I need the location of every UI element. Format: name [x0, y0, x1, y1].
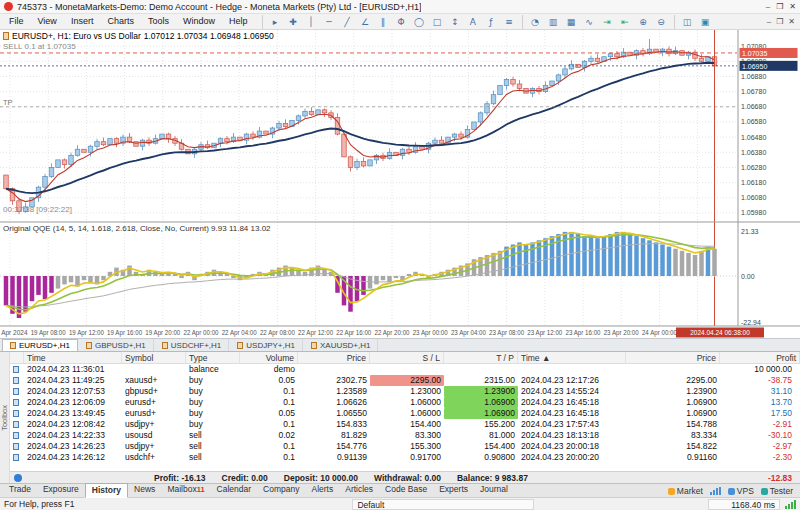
- vps-icon: [728, 488, 735, 495]
- history-row[interactable]: 2024.04.23 13:49:45eurusd+buy0.051.06550…: [10, 408, 800, 419]
- trend-angle-icon[interactable]: ∠: [356, 15, 373, 29]
- column-header-price[interactable]: Price: [298, 352, 370, 363]
- column-header-tp[interactable]: T / P: [444, 352, 518, 363]
- window-controls: – ❒ ✕: [766, 1, 796, 13]
- status-help-text: For Help, press F1: [4, 499, 74, 509]
- price-chart[interactable]: 1.070801.069801.068801.067801.066801.065…: [0, 30, 800, 338]
- menu-window[interactable]: Window: [176, 14, 222, 29]
- tile-windows-icon[interactable]: ◫: [678, 15, 695, 29]
- chart-area[interactable]: 1.070801.069801.068801.067801.066801.065…: [0, 30, 800, 338]
- toolbox-tab-calendar[interactable]: Calendar: [211, 483, 258, 498]
- crosshair-icon[interactable]: ✚: [284, 15, 301, 29]
- chart-close-button[interactable]: ✕: [788, 17, 795, 26]
- chart-tab-gbpusd-h1[interactable]: GBPUSD+,H1: [79, 339, 154, 351]
- column-header-type[interactable]: Type: [186, 352, 240, 363]
- column-header-volume[interactable]: Volume: [240, 352, 298, 363]
- toolbox-tab-code-base[interactable]: Code Base: [379, 483, 433, 498]
- zoom-out-icon[interactable]: ⊖: [652, 15, 669, 29]
- close-button[interactable]: ✕: [789, 1, 796, 13]
- ellipse-icon[interactable]: ◯: [410, 15, 427, 29]
- toolbox-tab-exposure[interactable]: Exposure: [37, 483, 85, 498]
- vertical-line-icon[interactable]: │: [302, 15, 319, 29]
- menu-view[interactable]: View: [31, 14, 64, 29]
- history-row[interactable]: 2024.04.23 11:49:25xauusd+buy0.052302.75…: [10, 375, 800, 386]
- toolbox-tab-articles[interactable]: Articles: [339, 483, 379, 498]
- menu-file[interactable]: File: [2, 14, 31, 29]
- history-table: 2024.04.23 11:36:01balancedemo10 000.002…: [10, 364, 800, 463]
- svg-text:19 Apr 12:00: 19 Apr 12:00: [69, 329, 104, 337]
- history-row[interactable]: 2024.04.23 11:36:01balancedemo10 000.00: [10, 364, 800, 375]
- line-chart-icon[interactable]: ∿: [580, 15, 597, 29]
- column-header-price[interactable]: Price: [626, 352, 720, 363]
- bar-chart-icon[interactable]: ▥: [544, 15, 561, 29]
- indicators-icon[interactable]: ƒ: [482, 15, 499, 29]
- chart-shift-icon[interactable]: ⇤: [616, 15, 633, 29]
- history-table-header: TimeSymbolTypeVolumePriceS / LT / PTime …: [10, 352, 800, 364]
- history-row[interactable]: 2024.04.23 12:07:53gbpusd+buy0.11.235891…: [10, 386, 800, 397]
- cursor-icon[interactable]: ▸: [266, 15, 283, 29]
- history-row[interactable]: 2024.04.23 12:08:42usdjpy+buy0.1154.8331…: [10, 419, 800, 430]
- column-header-sl[interactable]: S / L: [370, 352, 444, 363]
- history-row[interactable]: 2024.04.23 12:06:09eurusd+buy0.11.066261…: [10, 397, 800, 408]
- trendline-icon[interactable]: ╱: [338, 15, 355, 29]
- toolbox-tab-history[interactable]: History: [85, 483, 128, 498]
- history-cell: 0.02: [240, 430, 298, 441]
- svg-text:1.06580: 1.06580: [741, 118, 766, 125]
- column-header-profit[interactable]: Profit: [720, 352, 800, 363]
- summary-credit: Credit: 0.00: [222, 473, 268, 483]
- rectangle-icon[interactable]: □: [428, 15, 445, 29]
- chart-restore-button[interactable]: ❒: [776, 17, 783, 26]
- candle-chart-icon[interactable]: ▦: [562, 15, 579, 29]
- toolbox-tab-journal[interactable]: Journal: [474, 483, 514, 498]
- arrows-icon[interactable]: ↕: [446, 15, 463, 29]
- toolbox-tab-company[interactable]: Company: [257, 483, 305, 498]
- toolbox-tab-experts[interactable]: Experts: [433, 483, 474, 498]
- column-header-symbol[interactable]: Symbol: [122, 352, 186, 363]
- svg-text:1.06480: 1.06480: [741, 134, 766, 141]
- equidistant-channel-icon[interactable]: ∥: [374, 15, 391, 29]
- menu-insert[interactable]: Insert: [64, 14, 101, 29]
- deal-icon: [13, 432, 19, 439]
- history-cell: 2024.04.23 16:45:18: [518, 408, 626, 419]
- toolbox-tab-alerts[interactable]: Alerts: [306, 483, 340, 498]
- menu-charts[interactable]: Charts: [100, 14, 141, 29]
- minimize-button[interactable]: –: [766, 1, 770, 13]
- toolbox-side-label[interactable]: Toolbox: [0, 352, 10, 483]
- history-row[interactable]: 2024.04.23 14:26:12usdchf+sell0.10.91139…: [10, 452, 800, 463]
- history-cell: 2024.04.23 14:55:24: [518, 386, 626, 397]
- zoom-in-icon[interactable]: ⊕: [634, 15, 651, 29]
- tester-label: Tester: [770, 486, 793, 496]
- tester-button[interactable]: Tester: [761, 486, 793, 496]
- history-row[interactable]: 2024.04.23 14:26:23usdjpy+sell0.1154.776…: [10, 441, 800, 452]
- signals-icon[interactable]: [710, 487, 721, 495]
- history-row[interactable]: 2024.04.23 14:22:33usousdsell0.0281.8298…: [10, 430, 800, 441]
- toolbox-panel: Toolbox TimeSymbolTypeVolumePriceS / LT …: [0, 351, 800, 483]
- text-icon[interactable]: A: [464, 15, 481, 29]
- chart-tab-usdjpy-h1[interactable]: USDJPY+,H1: [230, 339, 303, 351]
- vps-button[interactable]: VPS: [728, 486, 754, 496]
- column-header-time[interactable]: Time ▲: [518, 352, 626, 363]
- profile-selector[interactable]: Default: [352, 499, 534, 510]
- new-chart-icon[interactable]: ▣: [696, 15, 713, 29]
- fibonacci-icon[interactable]: Φ: [392, 15, 409, 29]
- menu-tools[interactable]: Tools: [141, 14, 176, 29]
- history-cell: [122, 364, 186, 375]
- chart-tab-usdchf-h1[interactable]: USDCHF+,H1: [155, 339, 229, 351]
- toolbox-tab-news[interactable]: News: [128, 483, 161, 498]
- market-button[interactable]: Market: [668, 486, 703, 496]
- chart-tab-eurusd-h1[interactable]: EURUSD+,H1: [2, 339, 78, 351]
- history-cell: 2024.04.23 14:22:33: [24, 430, 122, 441]
- chart-minimize-button[interactable]: –: [767, 17, 771, 26]
- auto-scroll-icon[interactable]: ⇥: [598, 15, 615, 29]
- tick-chart-icon[interactable]: ◔: [526, 15, 543, 29]
- column-header-time[interactable]: Time: [24, 352, 122, 363]
- objects-list-icon[interactable]: ≡: [500, 15, 517, 29]
- toolbox-tab-trade[interactable]: Trade: [3, 483, 37, 498]
- menu-help[interactable]: Help: [222, 14, 255, 29]
- svg-text:22 Apr 08:00: 22 Apr 08:00: [260, 329, 295, 337]
- toolbox-tab-mailbox[interactable]: Mailbox11: [161, 483, 210, 498]
- chart-tab-bar: EURUSD+,H1GBPUSD+,H1USDCHF+,H1USDJPY+,H1…: [0, 338, 800, 351]
- maximize-button[interactable]: ❒: [776, 1, 783, 13]
- horizontal-line-icon[interactable]: ─: [320, 15, 337, 29]
- chart-tab-xauusd-h1[interactable]: XAUUSD+,H1: [304, 339, 378, 351]
